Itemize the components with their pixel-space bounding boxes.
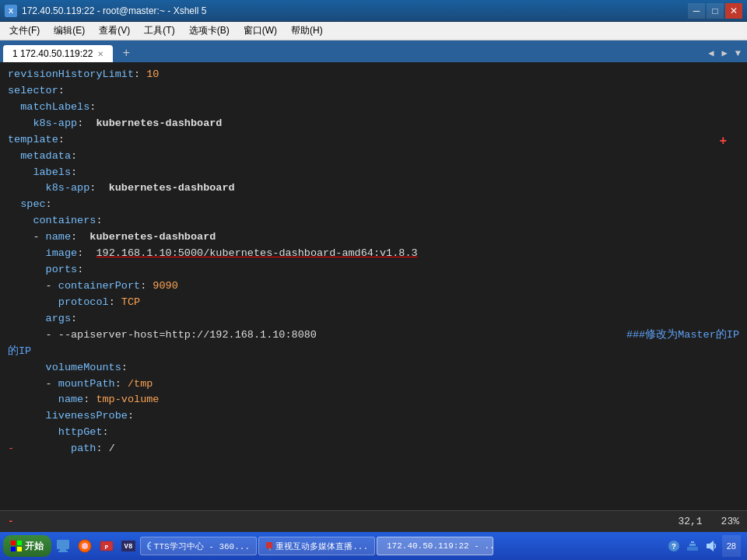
presentation-icon <box>265 541 272 551</box>
taskbar-icon-1[interactable] <box>53 536 73 556</box>
taskbar-network-icon[interactable] <box>685 538 700 554</box>
svg-rect-0 <box>11 541 16 545</box>
title-bar-controls: ─ □ ✕ <box>688 3 742 19</box>
taskbar-btn-1[interactable]: TTS学习中心 - 360... <box>140 537 257 555</box>
start-button[interactable]: 开始 <box>3 535 51 557</box>
tab-session[interactable]: 1 172.40.50.119:22 ✕ <box>3 45 113 62</box>
line-7: labels: <box>8 165 739 181</box>
tab-bar: 1 172.40.50.119:22 ✕ + ◀ ▶ ▼ <box>0 40 747 62</box>
menu-edit[interactable]: 编辑(E) <box>47 23 91 39</box>
inline-comment: ###修改为Master的IP <box>626 327 739 344</box>
taskbar-btn-2[interactable]: 重视互动多媒体直播... <box>258 537 375 555</box>
maximize-button[interactable]: □ <box>707 3 724 19</box>
line-21: livenessProbe: <box>8 408 739 425</box>
svg-rect-23 <box>689 544 696 546</box>
status-cursor: - <box>8 516 14 527</box>
line-16: args: <box>8 311 739 327</box>
line-3: matchLabels: <box>8 100 739 116</box>
minimize-button[interactable]: ─ <box>688 3 705 19</box>
svg-rect-24 <box>691 541 694 543</box>
taskbar-help-icon[interactable]: ? <box>666 538 682 554</box>
line-20: name: tmp-volume <box>8 392 739 408</box>
taskbar-btn-2-label: 重视互动多媒体直播... <box>275 541 368 552</box>
status-bar: - 32,1 23% <box>0 510 747 532</box>
line-19: - mountPath: /tmp <box>8 376 739 393</box>
line-8: k8s-app: kubernetes-dashboard <box>8 180 739 197</box>
tab-label: 1 172.40.50.119:22 <box>12 48 93 59</box>
taskbar-btn-3-label: 172.40.50.119:22 - ... <box>387 541 493 551</box>
menu-tools[interactable]: 工具(T) <box>138 23 181 39</box>
taskbar: 开始 P V8 TTS学习中心 - 360... <box>0 532 747 560</box>
line-18: volumeMounts: <box>8 360 739 376</box>
taskbar-sound-icon[interactable] <box>703 538 719 554</box>
status-right: 32,1 23% <box>678 516 739 527</box>
menu-bar: 文件(F) 编辑(E) 查看(V) 工具(T) 选项卡(B) 窗口(W) 帮助(… <box>0 22 747 40</box>
status-left: - <box>8 516 14 527</box>
title-text: 172.40.50.119:22 - root@master:~ - Xshel… <box>22 5 206 16</box>
tab-nav: ◀ ▶ ▼ <box>705 47 744 62</box>
svg-rect-16 <box>266 542 272 548</box>
windows-logo-icon <box>11 541 22 551</box>
line-6: metadata: <box>8 149 739 165</box>
svg-marker-25 <box>707 541 714 551</box>
terminal-content[interactable]: revisionHistoryLimit: 10 selector: match… <box>0 62 747 510</box>
tab-add-button[interactable]: + <box>116 45 136 62</box>
svg-rect-22 <box>687 547 698 551</box>
line-2: selector: <box>8 83 739 100</box>
line-17b: 的IP <box>8 344 739 360</box>
svg-rect-17 <box>269 548 271 551</box>
browser-icon <box>147 541 151 551</box>
taskbar-icon-3[interactable]: P <box>96 536 117 556</box>
tab-prev-button[interactable]: ◀ <box>705 47 717 59</box>
line-9: spec: <box>8 197 739 213</box>
taskbar-right: ? 28 <box>666 535 744 557</box>
line-17: - --apiserver-host=http://192.168.1.10:8… <box>8 327 739 344</box>
tab-next-button[interactable]: ▶ <box>719 47 731 59</box>
line-5: template: + <box>8 132 739 149</box>
line-11: - name: kubernetes-dashboard <box>8 229 739 246</box>
scroll-percent: 23% <box>721 516 739 527</box>
taskbar-btn-3[interactable]: $ 172.40.50.119:22 - ... <box>377 537 493 555</box>
svg-point-8 <box>82 543 88 549</box>
cursor-dash: - <box>8 441 14 457</box>
line-10: containers: <box>8 213 739 229</box>
svg-rect-3 <box>17 547 22 551</box>
line-14: - containerPort: 9090 <box>8 278 739 295</box>
taskbar-clock[interactable]: 28 <box>722 535 741 557</box>
close-button[interactable]: ✕ <box>725 3 742 19</box>
line-15: protocol: TCP <box>8 295 739 311</box>
svg-text:V8: V8 <box>124 543 133 551</box>
menu-window[interactable]: 窗口(W) <box>237 23 283 39</box>
line-22: httpGet: <box>8 425 739 441</box>
app-icon: X <box>5 5 17 17</box>
taskbar-icon-2[interactable] <box>75 536 95 556</box>
cursor-position: 32,1 <box>678 516 702 527</box>
svg-rect-5 <box>60 549 66 551</box>
taskbar-btn-1-label: TTS学习中心 - 360... <box>154 541 250 552</box>
line-1: revisionHistoryLimit: 10 <box>8 67 739 83</box>
tab-close-icon[interactable]: ✕ <box>97 50 103 58</box>
svg-rect-6 <box>58 551 68 552</box>
tab-menu-button[interactable]: ▼ <box>732 48 744 59</box>
start-label: 开始 <box>25 540 44 553</box>
line-23: - path: / <box>8 441 739 457</box>
menu-tabs[interactable]: 选项卡(B) <box>183 23 236 39</box>
menu-view[interactable]: 查看(V) <box>93 23 136 39</box>
line-13: ports: <box>8 262 739 278</box>
line-12: image: 192.168.1.10:5000/kubernetes-dash… <box>8 246 739 262</box>
svg-rect-1 <box>17 541 22 545</box>
title-bar-left: X 172.40.50.119:22 - root@master:~ - Xsh… <box>5 5 206 17</box>
menu-help[interactable]: 帮助(H) <box>285 23 329 39</box>
taskbar-icon-4[interactable]: V8 <box>118 536 139 556</box>
svg-text:?: ? <box>672 543 676 551</box>
menu-file[interactable]: 文件(F) <box>3 23 46 39</box>
svg-rect-2 <box>11 547 16 551</box>
svg-text:P: P <box>105 544 109 551</box>
line-4: k8s-app: kubernetes-dashboard <box>8 116 739 132</box>
title-bar: X 172.40.50.119:22 - root@master:~ - Xsh… <box>0 0 747 22</box>
svg-rect-4 <box>57 540 69 549</box>
